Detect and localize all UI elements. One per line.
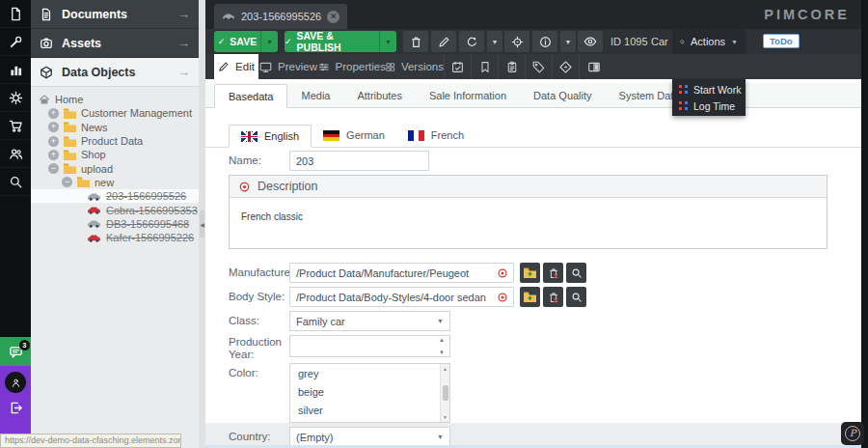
- ecommerce-cart-icon[interactable]: [0, 112, 31, 140]
- class-select[interactable]: Family car ▼: [289, 311, 450, 331]
- manufacturer-search-button[interactable]: [566, 263, 586, 283]
- tree-item-car[interactable]: Kafer-1566995226: [31, 231, 199, 244]
- tab-layout-columns-icon[interactable]: [579, 54, 608, 79]
- check-icon: ✓: [218, 37, 226, 46]
- tree-item-folder-open[interactable]: − new: [31, 176, 199, 189]
- manufacturer-remove-button[interactable]: [543, 263, 563, 283]
- pimcore-logo: PIMCORE: [764, 7, 850, 22]
- tab-media[interactable]: Media: [287, 83, 343, 107]
- bodystyle-remove-button[interactable]: [543, 287, 563, 307]
- reports-bar-chart-icon[interactable]: [0, 56, 31, 84]
- tree-item-car[interactable]: DB3-1566995468: [31, 217, 199, 231]
- tab-preview[interactable]: Preview: [258, 54, 318, 79]
- arrow-right-icon[interactable]: →: [177, 36, 190, 50]
- arrow-right-icon[interactable]: →: [177, 7, 190, 21]
- settings-gear-icon[interactable]: [0, 84, 31, 112]
- tab-bookmark-icon[interactable]: [471, 54, 498, 79]
- manufacturer-open-folder-button[interactable]: [520, 263, 540, 283]
- french-flag-icon: [408, 130, 424, 141]
- expand-plus-icon[interactable]: +: [48, 136, 59, 147]
- tab-sale-information[interactable]: Sale Information: [416, 83, 520, 107]
- save-button[interactable]: ✓ SAVE: [214, 31, 260, 52]
- tab-attributes[interactable]: Attributes: [343, 83, 415, 107]
- description-text[interactable]: French classic: [230, 198, 827, 236]
- sidebar-panel-data-objects[interactable]: Data Objects →: [31, 58, 199, 87]
- chat-notifications-button[interactable]: 3: [0, 337, 31, 366]
- tree-item-folder[interactable]: + Customer Management: [31, 106, 199, 120]
- tab-versions[interactable]: Versions: [386, 54, 444, 79]
- tab-tag-icon[interactable]: [525, 54, 552, 79]
- tab-language-german[interactable]: German: [312, 124, 396, 147]
- overlay-extension-badge[interactable]: P: [841, 422, 864, 445]
- color-option[interactable]: beige: [290, 382, 449, 401]
- reload-dropdown-caret[interactable]: ▼: [487, 31, 502, 52]
- color-list-scrollbar[interactable]: ▲▼: [440, 364, 449, 422]
- sidebar-accordion: Documents → Assets → Data Objects → Home…: [31, 0, 199, 448]
- rename-pencil-button[interactable]: [431, 31, 456, 52]
- avatar[interactable]: [5, 372, 26, 393]
- tab-edit[interactable]: Edit: [214, 54, 258, 79]
- save-dropdown-caret[interactable]: ▼: [260, 31, 278, 52]
- country-select[interactable]: (Empty) ▼: [289, 427, 450, 447]
- bodystyle-label: Body Style:: [229, 291, 285, 302]
- tab-data-quality[interactable]: Data Quality: [520, 83, 606, 107]
- color-option[interactable]: silver: [290, 401, 449, 419]
- save-publish-button[interactable]: ✓ SAVE & PUBLISH: [285, 31, 379, 52]
- tab-language-english[interactable]: English: [229, 125, 312, 148]
- tree-item-car-selected[interactable]: 203-1566995526: [31, 189, 199, 203]
- basedata-panel: Basedata Media Attributes Sale Informati…: [205, 79, 861, 448]
- tree-item-folder[interactable]: + Shop: [31, 148, 199, 161]
- bodystyle-open-folder-button[interactable]: [520, 287, 540, 307]
- save-publish-dropdown-caret[interactable]: ▼: [379, 31, 396, 52]
- expand-plus-icon[interactable]: +: [48, 122, 59, 132]
- search-icon[interactable]: [0, 168, 31, 196]
- production-year-spinner[interactable]: ▲▼: [289, 335, 450, 357]
- delete-button[interactable]: [403, 31, 428, 52]
- tab-notes-clipboard-icon[interactable]: [498, 54, 525, 79]
- spinner-arrows[interactable]: ▲▼: [436, 337, 448, 355]
- tree-item-folder-open[interactable]: − upload: [31, 161, 199, 175]
- tab-basedata[interactable]: Basedata: [214, 84, 287, 108]
- logout-icon[interactable]: [0, 401, 31, 415]
- info-button[interactable]: [532, 31, 557, 52]
- object-tab-203[interactable]: 203-1566995526 ✕: [214, 4, 347, 29]
- color-option[interactable]: grey: [290, 364, 449, 382]
- tree-item-folder[interactable]: + News: [31, 121, 199, 134]
- arrow-right-icon[interactable]: →: [177, 65, 190, 79]
- collapse-minus-icon[interactable]: −: [48, 163, 59, 174]
- preview-eye-button[interactable]: [578, 31, 603, 52]
- bodystyle-relation-field[interactable]: /Product Data/Body-Styles/4-door sedan: [289, 287, 514, 307]
- expand-plus-icon[interactable]: +: [48, 108, 59, 119]
- locate-in-tree-button[interactable]: [504, 31, 529, 52]
- info-dropdown-caret[interactable]: ▼: [560, 31, 576, 52]
- sidebar-splitter[interactable]: ◀: [199, 0, 205, 448]
- monogram-icon: P: [845, 426, 860, 441]
- tree-item-car[interactable]: Cobra-1566995353: [31, 203, 199, 216]
- manufacturer-relation-field[interactable]: /Product Data/Manufacturer/Peugeot: [289, 263, 514, 283]
- collapse-minus-icon[interactable]: −: [62, 177, 72, 187]
- sidebar-panel-assets[interactable]: Assets →: [31, 29, 199, 58]
- workflow-actions-button[interactable]: Actions ▼: [672, 29, 746, 54]
- menu-item-start-work[interactable]: Start Work: [672, 81, 746, 98]
- tools-wrench-icon[interactable]: [0, 28, 31, 56]
- tree-item-folder[interactable]: + Product Data: [31, 134, 199, 148]
- tab-workflow-icon[interactable]: [552, 54, 579, 79]
- reload-button[interactable]: [459, 31, 484, 52]
- name-input[interactable]: [289, 151, 429, 171]
- close-icon[interactable]: ✕: [327, 11, 339, 23]
- expand-plus-icon[interactable]: +: [48, 150, 59, 160]
- color-multiselect[interactable]: grey beige silver ▲▼: [289, 363, 450, 423]
- panel-label: Assets: [62, 37, 101, 50]
- sidebar-collapse-handle[interactable]: ◀: [200, 210, 204, 238]
- sidebar-panel-documents[interactable]: Documents →: [31, 0, 199, 29]
- bodystyle-search-button[interactable]: [566, 287, 586, 307]
- tree-item-home[interactable]: Home: [31, 93, 199, 106]
- chevron-down-icon: ▼: [437, 318, 444, 324]
- menu-item-log-time[interactable]: Log Time: [672, 98, 746, 114]
- tab-properties[interactable]: Properties: [318, 54, 386, 79]
- object-toolbar: ✓ SAVE ▼ ✓ SAVE & PUBLISH ▼ ▼: [205, 29, 861, 54]
- tab-scheduled-tasks-calendar-icon[interactable]: [444, 54, 471, 79]
- tab-language-french[interactable]: French: [396, 124, 475, 147]
- users-icon[interactable]: [0, 140, 31, 168]
- documents-icon[interactable]: [0, 0, 31, 28]
